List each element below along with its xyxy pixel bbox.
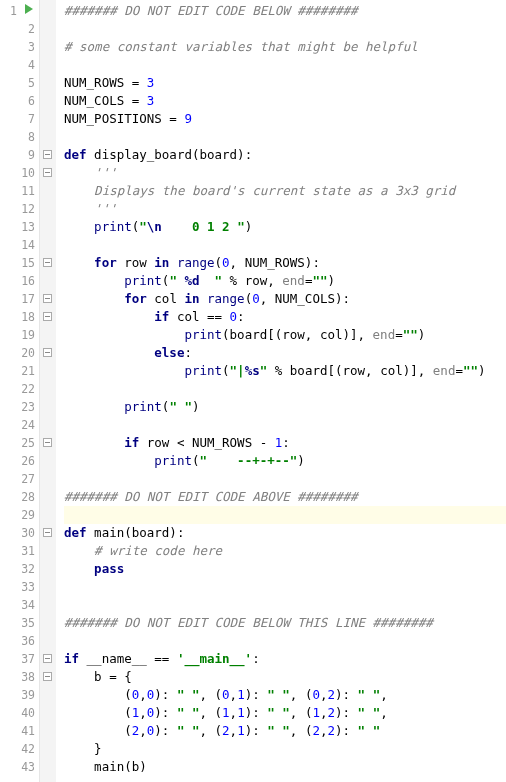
code-line[interactable]: print(" ") [64, 398, 506, 416]
code-line[interactable]: ''' [64, 164, 506, 182]
fold-collapse-icon[interactable] [43, 294, 52, 303]
code-line[interactable] [64, 380, 506, 398]
fold-cell[interactable] [40, 344, 56, 362]
line-number-gutter[interactable]: 2345678910111213141516171819202122232425… [0, 0, 40, 782]
fold-cell[interactable] [40, 452, 56, 470]
fold-cell[interactable] [40, 146, 56, 164]
code-line[interactable]: print(" %d " % row, end="") [64, 272, 506, 290]
fold-collapse-icon[interactable] [43, 672, 52, 681]
fold-cell[interactable] [40, 218, 56, 236]
line-number[interactable]: 34 [0, 596, 39, 614]
fold-gutter[interactable] [40, 0, 56, 782]
code-line[interactable]: print("\n 0 1 2 ") [64, 218, 506, 236]
code-line[interactable]: print(" --+-+--") [64, 452, 506, 470]
fold-cell[interactable] [40, 416, 56, 434]
line-number[interactable]: 10 [0, 164, 39, 182]
line-number[interactable]: 22 [0, 380, 39, 398]
line-number[interactable]: 37 [0, 650, 39, 668]
code-line[interactable]: b = { [64, 668, 506, 686]
line-number[interactable]: 11 [0, 182, 39, 200]
fold-cell[interactable] [40, 704, 56, 722]
code-line[interactable] [64, 578, 506, 596]
fold-collapse-icon[interactable] [43, 150, 52, 159]
fold-collapse-icon[interactable] [43, 258, 52, 267]
line-number[interactable]: 28 [0, 488, 39, 506]
code-line[interactable]: print("|%s" % board[(row, col)], end="") [64, 362, 506, 380]
fold-cell[interactable] [40, 434, 56, 452]
fold-cell[interactable] [40, 470, 56, 488]
code-line[interactable] [64, 236, 506, 254]
code-line[interactable]: ####### DO NOT EDIT CODE BELOW THIS LINE… [64, 614, 506, 632]
line-number[interactable]: 4 [0, 56, 39, 74]
fold-cell[interactable] [40, 740, 56, 758]
code-line[interactable] [64, 128, 506, 146]
code-line[interactable]: NUM_ROWS = 3 [64, 74, 506, 92]
code-line[interactable]: if __name__ == '__main__': [64, 650, 506, 668]
line-number[interactable]: 32 [0, 560, 39, 578]
fold-collapse-icon[interactable] [43, 348, 52, 357]
fold-cell[interactable] [40, 758, 56, 776]
fold-cell[interactable] [40, 20, 56, 38]
line-number[interactable]: 39 [0, 686, 39, 704]
fold-cell[interactable] [40, 74, 56, 92]
line-number[interactable]: 41 [0, 722, 39, 740]
line-number[interactable]: 8 [0, 128, 39, 146]
fold-collapse-icon[interactable] [43, 654, 52, 663]
code-line[interactable] [64, 416, 506, 434]
code-line[interactable]: NUM_COLS = 3 [64, 92, 506, 110]
fold-cell[interactable] [40, 254, 56, 272]
line-number[interactable]: 31 [0, 542, 39, 560]
code-line[interactable]: if col == 0: [64, 308, 506, 326]
fold-cell[interactable] [40, 650, 56, 668]
line-number[interactable]: 43 [0, 758, 39, 776]
line-number[interactable]: 17 [0, 290, 39, 308]
code-line[interactable] [64, 56, 506, 74]
line-number[interactable]: 19 [0, 326, 39, 344]
fold-cell[interactable] [40, 596, 56, 614]
code-line[interactable]: else: [64, 344, 506, 362]
line-number[interactable]: 15 [0, 254, 39, 272]
line-number[interactable]: 21 [0, 362, 39, 380]
line-number[interactable]: 30 [0, 524, 39, 542]
fold-cell[interactable] [40, 722, 56, 740]
fold-cell[interactable] [40, 380, 56, 398]
fold-cell[interactable] [40, 92, 56, 110]
fold-cell[interactable] [40, 38, 56, 56]
fold-cell[interactable] [40, 308, 56, 326]
line-number[interactable]: 38 [0, 668, 39, 686]
line-number[interactable]: 13 [0, 218, 39, 236]
code-line[interactable] [64, 506, 506, 524]
line-number[interactable]: 2 [0, 20, 39, 38]
fold-cell[interactable] [40, 110, 56, 128]
code-editor[interactable]: 2345678910111213141516171819202122232425… [0, 0, 506, 782]
code-line[interactable]: pass [64, 560, 506, 578]
code-line[interactable]: if row < NUM_ROWS - 1: [64, 434, 506, 452]
fold-cell[interactable] [40, 524, 56, 542]
code-line[interactable]: Displays the board's current state as a … [64, 182, 506, 200]
fold-collapse-icon[interactable] [43, 528, 52, 537]
fold-cell[interactable] [40, 506, 56, 524]
line-number[interactable]: 16 [0, 272, 39, 290]
fold-cell[interactable] [40, 56, 56, 74]
code-line[interactable]: # some constant variables that might be … [64, 38, 506, 56]
line-number[interactable]: 18 [0, 308, 39, 326]
code-line[interactable]: def display_board(board): [64, 146, 506, 164]
fold-cell[interactable] [40, 2, 56, 20]
code-line[interactable]: for row in range(0, NUM_ROWS): [64, 254, 506, 272]
fold-cell[interactable] [40, 164, 56, 182]
code-line[interactable] [64, 596, 506, 614]
code-line[interactable]: main(b) [64, 758, 506, 776]
fold-cell[interactable] [40, 272, 56, 290]
fold-cell[interactable] [40, 236, 56, 254]
code-line[interactable]: print(board[(row, col)], end="") [64, 326, 506, 344]
code-line[interactable] [64, 470, 506, 488]
line-number[interactable]: 6 [0, 92, 39, 110]
fold-cell[interactable] [40, 668, 56, 686]
code-line[interactable]: (0,0): " ", (0,1): " ", (0,2): " ", [64, 686, 506, 704]
fold-cell[interactable] [40, 560, 56, 578]
line-number[interactable]: 26 [0, 452, 39, 470]
line-number[interactable]: 33 [0, 578, 39, 596]
fold-cell[interactable] [40, 686, 56, 704]
fold-cell[interactable] [40, 326, 56, 344]
code-line[interactable]: } [64, 740, 506, 758]
